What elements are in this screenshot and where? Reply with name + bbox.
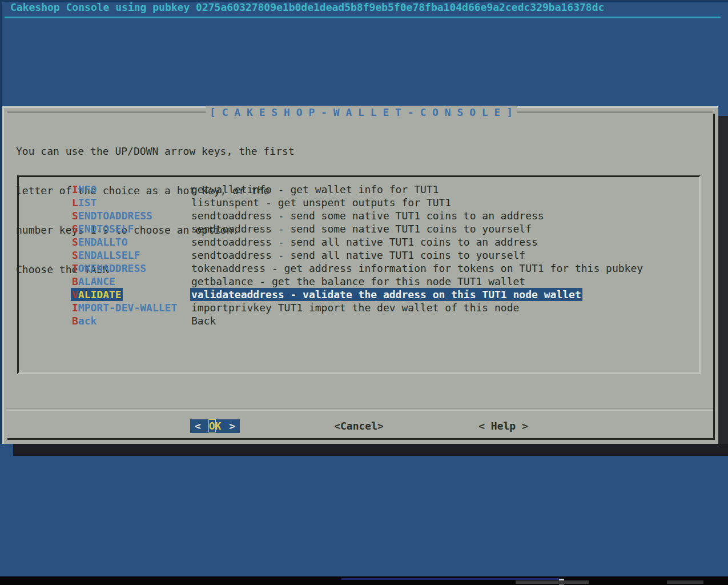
menu-item-sendallself[interactable]: SENDALLSELF sendtoaddress - send all nat… bbox=[19, 249, 699, 262]
menu-item-label: LIST bbox=[71, 196, 98, 209]
menu-item-label: SENDALLSELF bbox=[71, 249, 141, 262]
dialog-title: [ C A K E S H O P - W A L L E T - C O N … bbox=[206, 106, 517, 119]
menu-item-sendtoself[interactable]: SENDTOSELF sendtoaddress - send some nat… bbox=[19, 222, 699, 235]
instruction-line: You can use the UP/DOWN arrow keys, the … bbox=[16, 145, 295, 158]
task-menu-rows: INFO getwalletinfo - get wallet info for… bbox=[19, 183, 699, 327]
menu-item-import-dev-wallet[interactable]: IMPORT-DEV-WALLET importprivkey TUT1 imp… bbox=[19, 301, 699, 314]
help-button[interactable]: < Help > bbox=[478, 419, 528, 433]
menu-item-label: Back bbox=[71, 314, 98, 327]
menu-item-label: SENDALLTO bbox=[71, 235, 129, 249]
dialog-shadow-right bbox=[718, 116, 728, 456]
ok-button[interactable]: < OK > bbox=[190, 419, 240, 433]
terminal-screen: Cakeshop Console using pubkey 0275a60327… bbox=[0, 0, 728, 585]
menu-item-description: importprivkey TUT1 import the dev wallet… bbox=[190, 301, 520, 314]
menu-item-list[interactable]: LIST listunspent - get unspent outputs f… bbox=[19, 196, 699, 209]
cancel-button[interactable]: <Cancel> bbox=[334, 419, 384, 433]
ok-button-open-angle: < bbox=[195, 419, 201, 433]
screen-left-edge bbox=[0, 0, 2, 444]
menu-item-label: TOKENADDRESS bbox=[71, 262, 147, 275]
menu-item-sendallto[interactable]: SENDALLTO sendtoaddress - send all nativ… bbox=[19, 235, 699, 249]
menu-item-description: sendtoaddress - send some native TUT1 co… bbox=[190, 222, 533, 235]
taskbar-fragment bbox=[667, 580, 703, 584]
menu-item-tokenaddress[interactable]: TOKENADDRESS tokenaddress - get address … bbox=[19, 262, 699, 275]
menu-item-sendtoaddress[interactable]: SENDTOADDRESS sendtoaddress - send some … bbox=[19, 209, 699, 222]
ok-button-cursor: O bbox=[209, 420, 215, 432]
taskbar-fragment bbox=[341, 578, 560, 580]
menu-item-description: getwalletinfo - get wallet info for TUT1 bbox=[190, 183, 440, 196]
menu-item-back[interactable]: Back Back bbox=[19, 314, 699, 327]
menu-item-description: sendtoaddress - send all native TUT1 coi… bbox=[190, 235, 539, 249]
menu-item-description: sendtoaddress - send all native TUT1 coi… bbox=[190, 249, 526, 262]
wallet-console-dialog: [ C A K E S H O P - W A L L E T - C O N … bbox=[2, 106, 718, 444]
button-separator-line-light bbox=[6, 410, 713, 411]
dialog-border-bottom bbox=[7, 438, 715, 440]
menu-item-label: SENDTOSELF bbox=[71, 222, 135, 235]
menu-item-label: IMPORT-DEV-WALLET bbox=[71, 301, 178, 314]
menu-item-balance[interactable]: BALANCE getbalance - get the balance for… bbox=[19, 275, 699, 288]
menu-item-description: sendtoaddress - send some native TUT1 co… bbox=[190, 209, 545, 222]
menu-item-validate[interactable]: VALIDATE validateaddress - validate the … bbox=[19, 288, 699, 301]
menu-item-label: BALANCE bbox=[71, 275, 116, 288]
menu-item-label: INFO bbox=[71, 183, 98, 196]
ok-button-close-angle: > bbox=[229, 419, 235, 433]
console-title: Cakeshop Console using pubkey 0275a60327… bbox=[10, 1, 604, 14]
menu-item-description: listunspent - get unspent outputs for TU… bbox=[190, 196, 452, 209]
button-separator-line bbox=[6, 408, 713, 409]
dialog-shadow-bottom bbox=[13, 444, 728, 456]
menu-item-description: getbalance - get the balance for this no… bbox=[190, 275, 526, 288]
menu-item-label: SENDTOADDRESS bbox=[71, 209, 154, 222]
taskbar-fragment bbox=[516, 580, 589, 584]
dialog-border-right bbox=[713, 114, 715, 440]
ok-button-label: OK bbox=[209, 419, 222, 433]
menu-item-label: VALIDATE bbox=[71, 288, 123, 301]
task-menu: INFO getwalletinfo - get wallet info for… bbox=[17, 175, 701, 374]
menu-item-description: validateaddress - validate the address o… bbox=[190, 288, 582, 301]
menu-item-description: tokenaddress - get address information f… bbox=[190, 262, 644, 275]
bottom-taskbar-strip bbox=[0, 576, 728, 585]
menu-item-info[interactable]: INFO getwalletinfo - get wallet info for… bbox=[19, 183, 699, 196]
menu-item-description: Back bbox=[190, 314, 217, 327]
title-underline bbox=[5, 17, 721, 18]
